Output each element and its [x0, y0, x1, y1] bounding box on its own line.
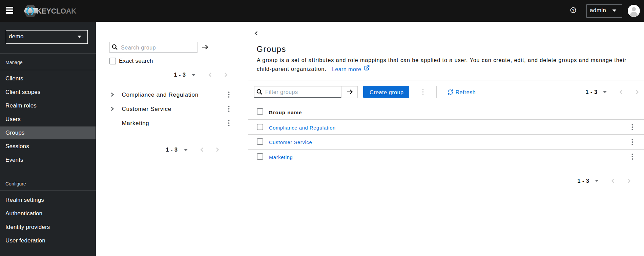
svg-text:?: ? [572, 8, 575, 12]
svg-text:KEYCLOAK: KEYCLOAK [37, 7, 77, 15]
